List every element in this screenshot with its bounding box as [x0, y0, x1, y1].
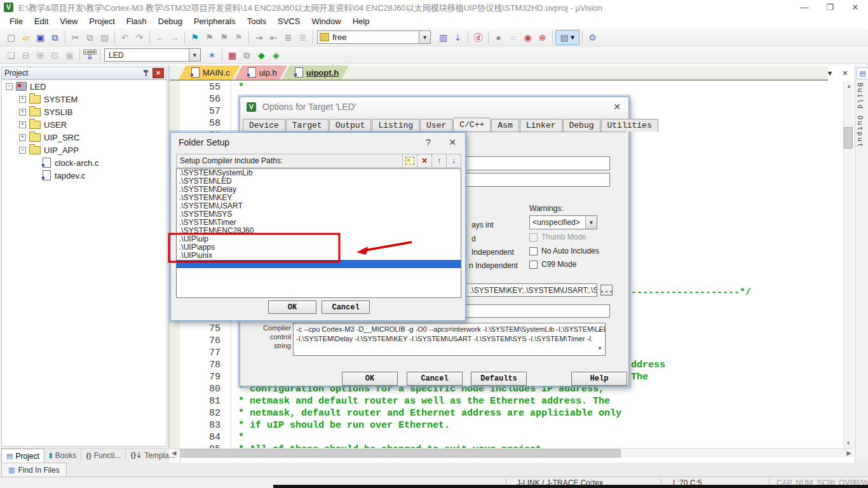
scroll-down-icon[interactable]: ▼ — [843, 438, 853, 448]
find-in-files-tab[interactable]: ▥ Find In Files — [1, 463, 67, 477]
project-panel-close-icon[interactable]: ✕ — [153, 68, 164, 78]
menu-peripherals[interactable]: Peripherals — [188, 15, 241, 27]
options-tab-linker[interactable]: Linker — [520, 119, 562, 132]
options-dialog-titlebar[interactable]: V Options for Target 'LED' — [240, 97, 628, 116]
menu-svcs[interactable]: SVCS — [272, 15, 306, 27]
vscroll-thumb[interactable] — [844, 127, 853, 149]
menu-file[interactable]: File — [4, 15, 29, 27]
delete-path-button[interactable]: ✕ — [417, 154, 431, 167]
expander-icon[interactable]: + — [19, 134, 26, 141]
bookmark-toggle-button[interactable]: ⚑ — [187, 30, 202, 44]
configure-button[interactable]: ⚙ — [585, 30, 600, 44]
build-output-tab[interactable]: Build Output — [856, 83, 864, 148]
target-options-wand-button[interactable]: ✶ — [205, 48, 219, 62]
folder-dialog-close-icon[interactable]: ✕ — [446, 137, 459, 148]
path-item[interactable]: .\UIP\uip — [177, 235, 461, 243]
hscroll-thumb[interactable] — [180, 449, 621, 458]
editor-tab-uipopt-h[interactable]: uipopt.h — [282, 65, 349, 79]
project-tree[interactable]: −LED+SYSTEM+SYSLIB+USER+UIP_SRC−UIP_APPc… — [1, 79, 167, 447]
options-tab-output[interactable]: Output — [329, 119, 372, 132]
thumb-mode-checkbox[interactable]: Thumb Mode — [529, 233, 587, 241]
target-select[interactable]: LED — [104, 48, 189, 62]
options-tab-target[interactable]: Target — [286, 119, 329, 132]
breakpoint-toggle-button[interactable]: ● — [491, 30, 506, 44]
menu-window[interactable]: Window — [306, 15, 346, 27]
breakpoint-disable-button[interactable]: ○ — [506, 30, 520, 44]
options-ok-button[interactable]: OK — [342, 372, 398, 386]
thumb-mode-box[interactable] — [529, 233, 538, 241]
search-input[interactable]: free — [317, 30, 419, 44]
warnings-select[interactable]: <unspecified> ▼ — [529, 215, 597, 229]
path-item[interactable]: .\SYSTEM\ENC28J60 — [177, 227, 461, 235]
options-tab-debug[interactable]: Debug — [563, 119, 600, 132]
download-button[interactable]: LOAD⇊ — [83, 48, 97, 62]
path-item[interactable]: .\UIP\apps — [177, 243, 461, 252]
undo-button[interactable]: ↶ — [118, 30, 132, 44]
uncomment-button[interactable]: ≣ — [295, 30, 310, 44]
options-tab-asm[interactable]: Asm — [491, 119, 519, 132]
c99-mode-box[interactable] — [529, 261, 538, 269]
compiler-control-string-box[interactable]: -c --cpu Cortex-M3 -D__MICROLIB -g -O0 -… — [293, 323, 606, 356]
editor-tab-main-c[interactable]: MAIN.c — [179, 65, 240, 79]
new-file-button[interactable]: ▢ — [4, 30, 18, 44]
editor-tab-uip-h[interactable]: uip.h — [235, 65, 287, 79]
include-paths-list[interactable]: .\SYSTEM\SystemLib.\SYSTEM\LED.\SYSTEM\D… — [176, 168, 461, 298]
close-button[interactable]: ✕ — [843, 1, 868, 13]
options-tab-user[interactable]: User — [420, 119, 452, 132]
tree-item-uip-src[interactable]: +UIP_SRC — [2, 131, 166, 144]
menu-flash[interactable]: Flash — [121, 15, 153, 27]
bookmark-prev-button[interactable]: ⚑ — [202, 30, 217, 44]
rebuild-button[interactable]: ⊞ — [33, 48, 48, 62]
bottom-tab-templa[interactable]: {}⇣Templa... — [126, 449, 180, 462]
warnings-dropdown-icon[interactable]: ▼ — [585, 216, 597, 229]
menu-debug[interactable]: Debug — [153, 15, 188, 27]
save-all-button[interactable]: ⧉ — [48, 30, 62, 44]
maximize-button[interactable]: ❐ — [817, 1, 843, 13]
indent-button[interactable]: ⇥ — [252, 30, 266, 44]
expander-icon[interactable]: + — [19, 109, 26, 116]
pin-icon[interactable] — [143, 70, 149, 77]
window-layout-dropdown-icon[interactable]: ▾ — [571, 32, 575, 42]
include-paths-browse-button[interactable]: ... — [600, 285, 613, 295]
manage-project-items-button[interactable]: ⧉ — [240, 48, 254, 62]
menu-tools[interactable]: Tools — [241, 15, 272, 27]
options-tab-listing[interactable]: Listing — [372, 119, 419, 132]
bottom-tab-functi[interactable]: {}Functi... — [81, 449, 126, 462]
bookmark-next-button[interactable]: ⚑ — [217, 30, 231, 44]
outdent-button[interactable]: ⇤ — [266, 30, 281, 44]
expander-icon[interactable]: + — [19, 96, 26, 103]
new-path-button[interactable] — [402, 154, 417, 167]
minimize-button[interactable]: — — [792, 1, 817, 13]
menu-edit[interactable]: Edit — [29, 15, 54, 27]
selected-empty-row[interactable] — [177, 260, 461, 268]
open-folder-button[interactable]: ▱ — [18, 30, 33, 44]
expander-icon[interactable]: − — [6, 83, 13, 90]
tree-item-system[interactable]: +SYSTEM — [2, 93, 166, 105]
compiler-box-scroll[interactable]: ▲▼ — [595, 324, 604, 355]
window-layout-button[interactable]: ▤▾ — [555, 30, 580, 45]
build-output-icon[interactable]: ▤ — [857, 67, 868, 79]
tree-item-led[interactable]: −LED — [2, 80, 166, 93]
tree-item-tapdev-c[interactable]: tapdev.c — [2, 169, 166, 182]
options-cancel-button[interactable]: Cancel — [407, 372, 463, 386]
menu-project[interactable]: Project — [83, 15, 120, 27]
navigate-forward-button[interactable]: → — [167, 30, 182, 44]
menu-view[interactable]: View — [54, 15, 83, 27]
move-down-button[interactable]: ↓ — [446, 154, 461, 167]
scroll-up-icon[interactable]: ▲ — [844, 81, 854, 91]
build-button[interactable]: ⊟ — [18, 48, 33, 62]
folder-cancel-button[interactable]: Cancel — [322, 301, 370, 314]
save-button[interactable]: ▣ — [33, 30, 48, 44]
bookmark-clear-button[interactable]: ⚑ — [231, 30, 246, 44]
options-tab-utilities[interactable]: Utilities — [601, 119, 658, 132]
tab-list-dropdown-icon[interactable]: ▼ — [824, 68, 836, 78]
incremental-find-button[interactable]: ⇣ — [451, 30, 465, 44]
folder-ok-button[interactable]: OK — [268, 301, 316, 314]
tree-item-uip-app[interactable]: −UIP_APP — [2, 144, 166, 156]
find-in-files-button[interactable]: ▥ — [436, 30, 451, 44]
bottom-tab-books[interactable]: ▮Books — [44, 449, 81, 462]
tree-item-user[interactable]: +USER — [2, 118, 166, 131]
translate-button[interactable]: ❏ — [4, 48, 18, 62]
search-dropdown-button[interactable]: ▼ — [419, 30, 431, 44]
bottom-tab-project[interactable]: ▤Project — [1, 449, 44, 463]
